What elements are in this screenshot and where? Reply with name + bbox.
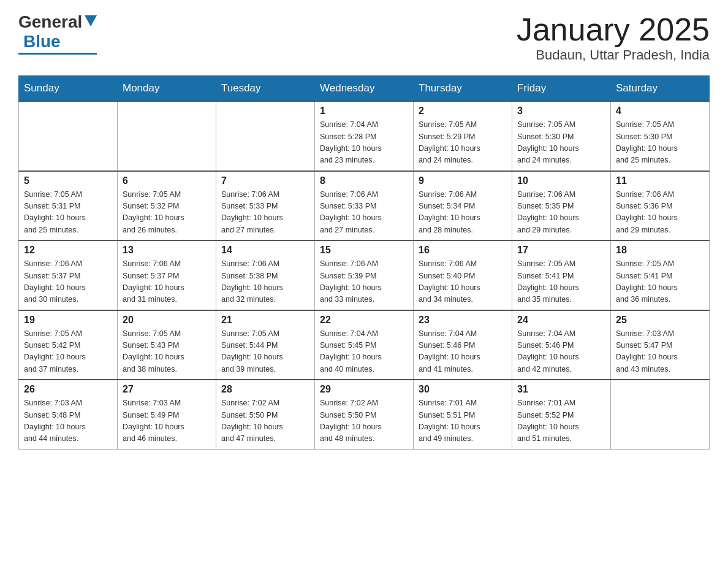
logo-general-text: General — [18, 12, 82, 32]
calendar-cell: 15Sunrise: 7:06 AMSunset: 5:39 PMDayligh… — [315, 240, 414, 310]
calendar-cell: 22Sunrise: 7:04 AMSunset: 5:45 PMDayligh… — [315, 310, 414, 380]
calendar-cell: 13Sunrise: 7:06 AMSunset: 5:37 PMDayligh… — [118, 240, 216, 310]
day-info: Sunrise: 7:06 AMSunset: 5:34 PMDaylight:… — [419, 189, 507, 237]
calendar-cell: 26Sunrise: 7:03 AMSunset: 5:48 PMDayligh… — [19, 380, 118, 449]
day-number: 1 — [320, 105, 408, 117]
calendar-cell: 10Sunrise: 7:06 AMSunset: 5:35 PMDayligh… — [512, 171, 611, 241]
calendar-cell: 30Sunrise: 7:01 AMSunset: 5:51 PMDayligh… — [414, 380, 512, 449]
day-number: 16 — [419, 245, 507, 256]
calendar-cell — [118, 101, 216, 171]
calendar-cell — [19, 101, 118, 171]
day-number: 8 — [320, 175, 408, 186]
week-row-1: 1Sunrise: 7:04 AMSunset: 5:28 PMDaylight… — [19, 101, 710, 171]
day-info: Sunrise: 7:05 AMSunset: 5:30 PMDaylight:… — [517, 119, 605, 167]
day-number: 19 — [24, 315, 112, 326]
calendar-cell: 28Sunrise: 7:02 AMSunset: 5:50 PMDayligh… — [216, 380, 315, 449]
day-number: 17 — [517, 245, 605, 256]
day-info: Sunrise: 7:06 AMSunset: 5:38 PMDaylight:… — [221, 258, 309, 306]
day-number: 7 — [221, 175, 309, 186]
calendar-cell — [611, 380, 710, 449]
day-number: 22 — [320, 315, 408, 326]
week-row-5: 26Sunrise: 7:03 AMSunset: 5:48 PMDayligh… — [19, 380, 710, 449]
calendar-cell — [216, 101, 315, 171]
day-number: 2 — [419, 105, 507, 117]
calendar-cell: 4Sunrise: 7:05 AMSunset: 5:30 PMDaylight… — [611, 101, 710, 171]
calendar-cell: 23Sunrise: 7:04 AMSunset: 5:46 PMDayligh… — [414, 310, 512, 380]
column-header-sunday: Sunday — [19, 76, 118, 102]
logo-underline — [18, 53, 97, 55]
day-info: Sunrise: 7:05 AMSunset: 5:42 PMDaylight:… — [24, 328, 112, 376]
day-info: Sunrise: 7:06 AMSunset: 5:40 PMDaylight:… — [419, 258, 507, 306]
title-section: January 2025 Budaun, Uttar Pradesh, Indi… — [517, 12, 710, 63]
calendar-cell: 19Sunrise: 7:05 AMSunset: 5:42 PMDayligh… — [19, 310, 118, 380]
logo-triangle-icon — [85, 15, 97, 26]
calendar-cell: 31Sunrise: 7:01 AMSunset: 5:52 PMDayligh… — [512, 380, 611, 449]
day-info: Sunrise: 7:03 AMSunset: 5:49 PMDaylight:… — [123, 397, 211, 445]
week-row-4: 19Sunrise: 7:05 AMSunset: 5:42 PMDayligh… — [19, 310, 710, 380]
column-header-saturday: Saturday — [611, 76, 710, 102]
day-number: 12 — [24, 245, 112, 256]
calendar-cell: 1Sunrise: 7:04 AMSunset: 5:28 PMDaylight… — [315, 101, 414, 171]
day-info: Sunrise: 7:03 AMSunset: 5:48 PMDaylight:… — [24, 397, 112, 445]
day-info: Sunrise: 7:05 AMSunset: 5:41 PMDaylight:… — [517, 258, 605, 306]
calendar-cell: 24Sunrise: 7:04 AMSunset: 5:46 PMDayligh… — [512, 310, 611, 380]
day-info: Sunrise: 7:04 AMSunset: 5:45 PMDaylight:… — [320, 328, 408, 376]
day-number: 5 — [24, 175, 112, 186]
day-info: Sunrise: 7:06 AMSunset: 5:33 PMDaylight:… — [320, 189, 408, 237]
column-header-thursday: Thursday — [414, 76, 512, 102]
day-info: Sunrise: 7:05 AMSunset: 5:29 PMDaylight:… — [419, 119, 507, 167]
day-info: Sunrise: 7:02 AMSunset: 5:50 PMDaylight:… — [221, 397, 309, 445]
week-row-2: 5Sunrise: 7:05 AMSunset: 5:31 PMDaylight… — [19, 171, 710, 241]
column-header-wednesday: Wednesday — [315, 76, 414, 102]
day-info: Sunrise: 7:03 AMSunset: 5:47 PMDaylight:… — [616, 328, 704, 376]
calendar-cell: 27Sunrise: 7:03 AMSunset: 5:49 PMDayligh… — [118, 380, 216, 449]
day-info: Sunrise: 7:06 AMSunset: 5:39 PMDaylight:… — [320, 258, 408, 306]
day-number: 30 — [419, 384, 507, 395]
day-number: 31 — [517, 384, 605, 395]
calendar-cell: 14Sunrise: 7:06 AMSunset: 5:38 PMDayligh… — [216, 240, 315, 310]
calendar-cell: 18Sunrise: 7:05 AMSunset: 5:41 PMDayligh… — [611, 240, 710, 310]
day-number: 29 — [320, 384, 408, 395]
column-header-friday: Friday — [512, 76, 611, 102]
column-header-monday: Monday — [118, 76, 216, 102]
month-title: January 2025 — [517, 12, 710, 47]
calendar-cell: 9Sunrise: 7:06 AMSunset: 5:34 PMDaylight… — [414, 171, 512, 241]
day-number: 23 — [419, 315, 507, 326]
calendar-cell: 7Sunrise: 7:06 AMSunset: 5:33 PMDaylight… — [216, 171, 315, 241]
day-number: 26 — [24, 384, 112, 395]
day-number: 3 — [517, 105, 605, 117]
day-number: 21 — [221, 315, 309, 326]
day-number: 18 — [616, 245, 704, 256]
day-number: 11 — [616, 175, 704, 186]
page-header: General Blue January 2025 Budaun, Uttar … — [18, 12, 710, 63]
calendar-cell: 8Sunrise: 7:06 AMSunset: 5:33 PMDaylight… — [315, 171, 414, 241]
day-info: Sunrise: 7:06 AMSunset: 5:37 PMDaylight:… — [123, 258, 211, 306]
day-number: 24 — [517, 315, 605, 326]
calendar-cell: 3Sunrise: 7:05 AMSunset: 5:30 PMDaylight… — [512, 101, 611, 171]
day-number: 25 — [616, 315, 704, 326]
day-info: Sunrise: 7:05 AMSunset: 5:44 PMDaylight:… — [221, 328, 309, 376]
calendar-cell: 17Sunrise: 7:05 AMSunset: 5:41 PMDayligh… — [512, 240, 611, 310]
calendar-cell: 12Sunrise: 7:06 AMSunset: 5:37 PMDayligh… — [19, 240, 118, 310]
day-number: 15 — [320, 245, 408, 256]
calendar-cell: 5Sunrise: 7:05 AMSunset: 5:31 PMDaylight… — [19, 171, 118, 241]
calendar-cell: 25Sunrise: 7:03 AMSunset: 5:47 PMDayligh… — [611, 310, 710, 380]
day-info: Sunrise: 7:06 AMSunset: 5:36 PMDaylight:… — [616, 189, 704, 237]
location-subtitle: Budaun, Uttar Pradesh, India — [517, 47, 710, 63]
calendar-cell: 16Sunrise: 7:06 AMSunset: 5:40 PMDayligh… — [414, 240, 512, 310]
calendar-table: SundayMondayTuesdayWednesdayThursdayFrid… — [18, 75, 710, 450]
day-info: Sunrise: 7:06 AMSunset: 5:35 PMDaylight:… — [517, 189, 605, 237]
day-info: Sunrise: 7:05 AMSunset: 5:41 PMDaylight:… — [616, 258, 704, 306]
calendar-cell: 6Sunrise: 7:05 AMSunset: 5:32 PMDaylight… — [118, 171, 216, 241]
day-number: 14 — [221, 245, 309, 256]
calendar-cell: 11Sunrise: 7:06 AMSunset: 5:36 PMDayligh… — [611, 171, 710, 241]
day-number: 27 — [123, 384, 211, 395]
day-info: Sunrise: 7:04 AMSunset: 5:28 PMDaylight:… — [320, 119, 408, 167]
day-info: Sunrise: 7:05 AMSunset: 5:43 PMDaylight:… — [123, 328, 211, 376]
calendar-cell: 29Sunrise: 7:02 AMSunset: 5:50 PMDayligh… — [315, 380, 414, 449]
day-info: Sunrise: 7:02 AMSunset: 5:50 PMDaylight:… — [320, 397, 408, 445]
day-number: 4 — [616, 105, 704, 117]
day-info: Sunrise: 7:05 AMSunset: 5:31 PMDaylight:… — [24, 189, 112, 237]
day-info: Sunrise: 7:06 AMSunset: 5:37 PMDaylight:… — [24, 258, 112, 306]
day-number: 6 — [123, 175, 211, 186]
